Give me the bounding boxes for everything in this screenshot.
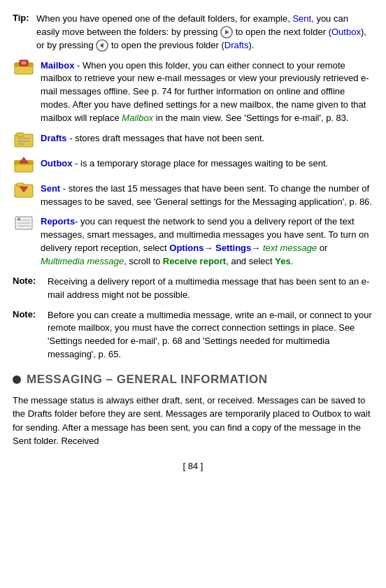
svg-marker-15 bbox=[20, 157, 28, 163]
outbox-link[interactable]: Outbox bbox=[41, 158, 73, 168]
arrow2: → bbox=[251, 243, 260, 253]
page-number: [ 84 ] bbox=[13, 461, 373, 471]
mailbox-link2[interactable]: Mailbox bbox=[122, 113, 153, 123]
text-message-link[interactable]: text message bbox=[263, 243, 317, 253]
svg-rect-17 bbox=[17, 183, 24, 187]
outbox-link-tip[interactable]: Outbox bbox=[331, 27, 361, 37]
sent-row: Sent - stores the last 15 messages that … bbox=[14, 182, 373, 209]
section-body: The message status is always either draf… bbox=[13, 394, 373, 448]
drafts-row: Drafts - stores draft messages that have… bbox=[14, 132, 373, 150]
reports-link[interactable]: Reports bbox=[41, 216, 75, 227]
outbox-icon bbox=[14, 157, 36, 175]
sent-link[interactable]: Sent bbox=[292, 13, 311, 24]
note2-label: Note: bbox=[13, 309, 45, 320]
yes-link[interactable]: Yes bbox=[275, 256, 290, 266]
drafts-link-tip[interactable]: Drafts bbox=[224, 40, 249, 50]
svg-marker-1 bbox=[225, 30, 229, 35]
reports-icon bbox=[14, 215, 36, 234]
drafts-icon bbox=[14, 132, 36, 150]
tip-text: When you have opened one of the default … bbox=[36, 13, 373, 52]
drafts-text: Drafts - stores draft messages that have… bbox=[41, 132, 373, 145]
settings-text: Settings bbox=[215, 243, 251, 253]
tip-label: Tip: bbox=[13, 13, 35, 23]
outbox-text: Outbox - is a temporary storage place fo… bbox=[41, 157, 373, 171]
mailbox-icon bbox=[14, 59, 36, 78]
arrow1: → bbox=[203, 243, 213, 253]
svg-rect-23 bbox=[17, 218, 20, 220]
sent-icon bbox=[14, 182, 36, 201]
section-title: MESSAGING – GENERAL INFORMATION bbox=[27, 373, 268, 387]
mailbox-link[interactable]: Mailbox bbox=[41, 60, 74, 71]
options-text: Options bbox=[169, 243, 203, 253]
section-heading: MESSAGING – GENERAL INFORMATION bbox=[13, 373, 373, 387]
tip-block: Tip: When you have opened one of the def… bbox=[13, 13, 373, 52]
mailbox-text: Mailbox - When you open this folder, you… bbox=[41, 59, 373, 125]
sent-link2[interactable]: Sent bbox=[41, 183, 60, 194]
receive-report-link[interactable]: Receive report bbox=[163, 256, 226, 266]
outbox-row: Outbox - is a temporary storage place fo… bbox=[14, 157, 373, 175]
note1-label: Note: bbox=[13, 275, 45, 286]
note1-text: Receiving a delivery report of a multime… bbox=[48, 275, 373, 302]
note1-block: Note: Receiving a delivery report of a m… bbox=[13, 275, 373, 302]
svg-marker-3 bbox=[100, 43, 103, 48]
multimedia-link[interactable]: Multimedia message bbox=[41, 256, 124, 266]
note2-text: Before you can create a multimedia messa… bbox=[48, 309, 373, 361]
svg-rect-9 bbox=[17, 133, 24, 136]
sent-text: Sent - stores the last 15 messages that … bbox=[41, 182, 373, 209]
note2-block: Note: Before you can create a multimedia… bbox=[13, 309, 373, 361]
mailbox-row: Mailbox - When you open this folder, you… bbox=[14, 59, 373, 125]
reports-row: Reports- you can request the network to … bbox=[14, 215, 373, 268]
drafts-link[interactable]: Drafts bbox=[41, 133, 67, 143]
reports-text: Reports- you can request the network to … bbox=[41, 215, 373, 268]
svg-rect-7 bbox=[22, 62, 26, 64]
section-bullet bbox=[13, 375, 21, 384]
